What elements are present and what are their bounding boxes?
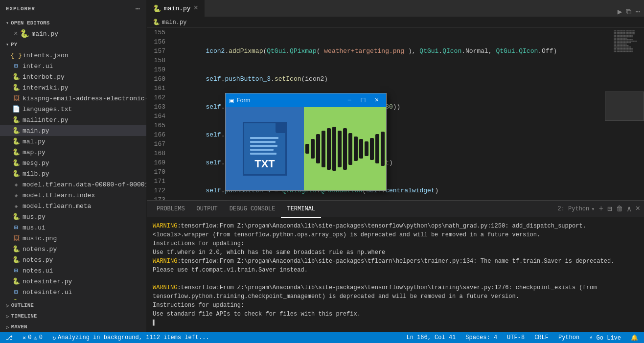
timeline-header[interactable]: ▷ TIMELINE — [0, 311, 146, 321]
tab-terminal-label: TERMINAL — [287, 206, 315, 212]
notification-icon: 🔔 — [631, 334, 638, 342]
sidebar: EXPLORER ⋯ ▾ OPEN EDITORS × 🐍 main.py ▾ … — [0, 0, 147, 332]
file-item[interactable]: 🖼 music.png — [0, 233, 146, 244]
file-name: model.tflearn.index — [23, 192, 95, 199]
file-item[interactable]: 🐍 milb.py — [0, 168, 146, 179]
dialog-title: Form — [236, 97, 341, 104]
file-item[interactable]: 🐍 mesg.py — [0, 158, 146, 168]
panel-expand-icon[interactable]: ∧ — [627, 204, 632, 214]
terminal-selector[interactable]: 2: Python ▾ — [557, 206, 595, 213]
waveform-bar — [343, 128, 347, 170]
status-position[interactable]: Ln 166, Col 41 — [404, 332, 458, 343]
py-icon: 🐍 — [12, 83, 21, 92]
panel-close-icon[interactable]: × — [635, 205, 640, 213]
file-item[interactable]: { } intents.json — [0, 50, 146, 61]
dialog-close-button[interactable]: × — [371, 95, 382, 105]
status-errors[interactable]: ✕ 0 ⚠ 0 — [21, 332, 45, 343]
file-item[interactable]: 📄 languages.txt — [0, 104, 146, 114]
kill-terminal-icon[interactable]: 🗑 — [616, 205, 623, 213]
file-name: notesinter.py — [23, 278, 72, 285]
file-item[interactable]: 🐍 mal.py — [0, 136, 146, 147]
file-name: notes.ui — [23, 267, 53, 274]
status-git[interactable]: ⎇ — [4, 332, 15, 343]
waveform-bar — [332, 127, 336, 171]
file-item[interactable]: ⊞ mus.ui — [0, 222, 146, 233]
file-name: inter.ui — [23, 63, 53, 70]
file-item[interactable]: ⊞ notes.ui — [0, 265, 146, 276]
maven-header[interactable]: ▷ MAVEN — [0, 321, 146, 332]
tab-terminal[interactable]: TERMINAL — [281, 201, 321, 218]
tab-close-icon[interactable]: × — [194, 4, 199, 12]
status-language[interactable]: Python — [556, 332, 581, 343]
go-live-text: ⚡ Go Live — [589, 334, 621, 342]
file-name: interwiki.py — [23, 84, 69, 91]
terminal-line: Instructions for updating: — [153, 239, 638, 248]
txt-icon: 📄 — [12, 105, 21, 114]
py-icon: 🐍 — [12, 72, 21, 81]
txt-line — [250, 137, 278, 139]
file-item[interactable]: 🐍 notes.py — [0, 254, 146, 265]
breadcrumb-filename: main.py — [162, 19, 186, 26]
outline-header[interactable]: ▷ OUTLINE — [0, 300, 146, 311]
file-item[interactable]: 🐍 interbot.py — [0, 71, 146, 82]
line-ending-text: CRLF — [534, 334, 549, 341]
more-actions-icon[interactable]: ⋯ — [635, 7, 640, 17]
file-item[interactable]: ◈ model.tflearn.meta — [0, 201, 146, 211]
status-go-live[interactable]: ⚡ Go Live — [587, 332, 623, 343]
run-icon[interactable]: ▶ — [618, 7, 622, 17]
sidebar-more-icon[interactable]: ⋯ — [135, 4, 140, 14]
file-item[interactable]: 🐍 map.py — [0, 147, 146, 158]
file-item[interactable]: 🐍 mailinter.py — [0, 114, 146, 125]
add-terminal-icon[interactable]: + — [599, 205, 604, 213]
close-editor-icon[interactable]: × — [14, 30, 18, 38]
file-item-main-py[interactable]: 🐍 main.py — [0, 125, 146, 136]
txt-line — [250, 149, 274, 151]
editor-actions: ▶ ⧉ ⋯ — [614, 7, 644, 17]
open-editor-item-main-py[interactable]: × 🐍 main.py — [0, 28, 146, 39]
file-item[interactable]: 🖼 kisspng-email-address-electronic-maili… — [0, 93, 146, 104]
py-icon: 🐍 — [12, 169, 21, 178]
terminal-line: WARNING:tensorflow:From Z:\progam\Anacon… — [153, 257, 638, 274]
dialog-maximize-button[interactable]: □ — [358, 95, 368, 105]
file-name: mailinter.py — [23, 116, 69, 124]
tab-debug-console[interactable]: DEBUG CONSOLE — [224, 201, 281, 218]
file-item[interactable]: 🐍 notesinter.py — [0, 276, 146, 287]
split-editor-icon[interactable]: ⧉ — [626, 7, 631, 17]
open-editors-section[interactable]: ▾ OPEN EDITORS — [0, 18, 146, 28]
ui-icon: ⊞ — [12, 288, 21, 297]
dialog-minimize-button[interactable]: − — [344, 95, 355, 105]
file-name: interbot.py — [23, 73, 65, 81]
py-icon: 🐍 — [12, 159, 21, 167]
dialog-panel-left: TXT — [226, 107, 304, 190]
waveform-bar — [381, 132, 385, 166]
tab-debug-label: DEBUG CONSOLE — [230, 206, 276, 212]
status-sync[interactable]: ↻ Analyzing in background, 1112 items le… — [50, 332, 211, 343]
py-icon: 🐍 — [12, 277, 21, 286]
maven-label: MAVEN — [11, 324, 27, 330]
error-count: 0 — [28, 334, 31, 341]
split-terminal-icon[interactable]: ⊟ — [607, 204, 612, 214]
file-item[interactable]: ◈ model.tflearn.index — [0, 190, 146, 201]
file-name: notens.py — [23, 246, 57, 253]
tab-main-py[interactable]: 🐍 main.py × — [147, 0, 205, 17]
tab-problems[interactable]: PROBLEMS — [151, 201, 191, 218]
form-dialog[interactable]: ▣ Form − □ × — [225, 93, 387, 191]
file-name: main.py — [23, 127, 49, 135]
txt-file-icon: TXT — [243, 122, 287, 176]
status-spaces[interactable]: Spaces: 4 — [463, 332, 499, 343]
tab-output[interactable]: OUTPUT — [191, 201, 224, 218]
minimap-slider[interactable] — [605, 91, 644, 121]
status-line-ending[interactable]: CRLF — [532, 332, 551, 343]
file-item[interactable]: ⊞ inter.ui — [0, 61, 146, 71]
py-section[interactable]: ▾ PY — [0, 39, 146, 50]
file-item[interactable]: 🐍 interwiki.py — [0, 82, 146, 93]
py-label: PY — [11, 42, 17, 47]
file-item[interactable]: ◈ model.tflearn.data-00000-of-00001 — [0, 179, 146, 190]
file-item[interactable]: 🐍 notens.py — [0, 244, 146, 254]
status-notification[interactable]: 🔔 — [629, 332, 640, 343]
status-encoding[interactable]: UTF-8 — [505, 332, 527, 343]
file-item[interactable]: ⊞ notesinter.ui — [0, 287, 146, 297]
file-item[interactable]: 🐍 mus.py — [0, 211, 146, 222]
json-icon: { } — [12, 51, 21, 60]
terminal-content[interactable]: WARNING:tensorflow:From Z:\progam\Anacon… — [147, 218, 644, 332]
